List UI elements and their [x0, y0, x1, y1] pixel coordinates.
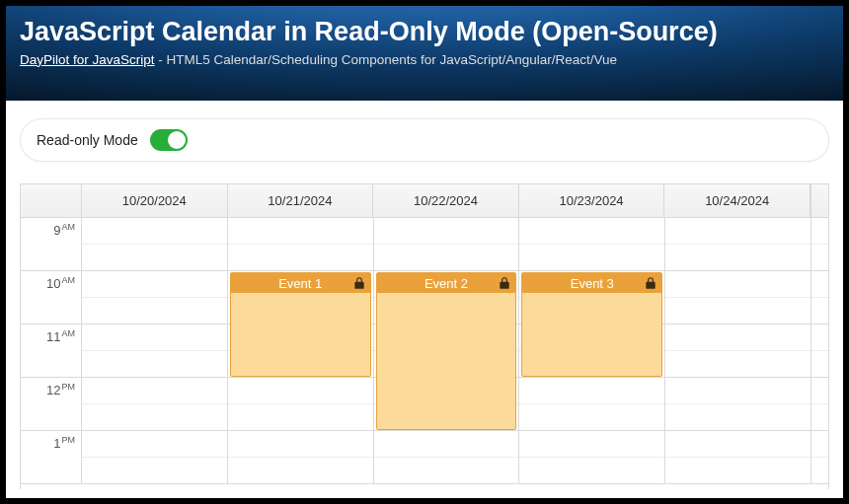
time-row: 12PM	[21, 378, 81, 431]
event-title: Event 3	[571, 276, 614, 291]
page-title: JavaScript Calendar in Read-Only Mode (O…	[20, 16, 829, 49]
calendar-event[interactable]: Event 1	[230, 272, 371, 377]
day-column[interactable]	[82, 218, 228, 484]
time-row: 1PM	[21, 431, 81, 484]
day-columns: Event 1 Event 2 Event 3	[82, 218, 810, 484]
time-slot[interactable]	[665, 431, 810, 458]
extra-day-header	[810, 184, 828, 217]
day-header[interactable]: 10/24/2024	[664, 184, 810, 217]
time-slot[interactable]	[665, 324, 810, 351]
time-slot[interactable]	[519, 431, 664, 458]
day-column[interactable]: Event 1	[228, 218, 374, 484]
time-slot	[811, 458, 828, 484]
time-slot[interactable]	[228, 378, 373, 404]
time-slot[interactable]	[82, 324, 227, 351]
subtitle-rest: - HTML5 Calendar/Scheduling Components f…	[155, 52, 618, 67]
time-slot[interactable]	[228, 404, 373, 431]
day-header[interactable]: 10/21/2024	[228, 184, 374, 217]
time-slot[interactable]	[519, 378, 664, 404]
event-header: Event 3	[522, 273, 661, 293]
lock-icon	[498, 276, 511, 290]
time-slot	[811, 404, 828, 431]
time-slot[interactable]	[82, 298, 227, 324]
time-slot[interactable]	[374, 458, 519, 484]
toolbar: Read-only Mode	[20, 118, 829, 162]
daypilot-link[interactable]: DayPilot for JavaScript	[20, 52, 155, 67]
calendar-header-row: 10/20/2024 10/21/2024 10/22/2024 10/23/2…	[21, 184, 828, 218]
calendar-event[interactable]: Event 3	[521, 272, 662, 377]
time-slot[interactable]	[374, 431, 519, 458]
time-gutter-header	[21, 184, 82, 217]
time-label: 10AM	[46, 275, 75, 291]
time-slot[interactable]	[665, 378, 810, 404]
time-row: 9AM	[21, 218, 81, 271]
time-slot[interactable]	[519, 458, 664, 484]
time-gutter: 9AM 10AM 11AM 12PM 1PM	[21, 218, 82, 484]
day-header[interactable]: 10/23/2024	[519, 184, 665, 217]
readonly-toggle[interactable]	[150, 129, 188, 151]
time-slot[interactable]	[519, 218, 664, 245]
toggle-knob	[168, 131, 186, 149]
time-slot[interactable]	[665, 271, 810, 298]
day-column[interactable]	[665, 218, 810, 484]
time-slot[interactable]	[665, 245, 810, 271]
time-slot	[811, 218, 828, 245]
event-title: Event 2	[424, 276, 468, 291]
time-slot	[811, 271, 828, 298]
day-header[interactable]: 10/20/2024	[82, 184, 228, 217]
day-header[interactable]: 10/22/2024	[373, 184, 519, 217]
time-slot[interactable]	[665, 298, 810, 324]
time-slot[interactable]	[519, 404, 664, 431]
calendar-body: 9AM 10AM 11AM 12PM 1PM	[21, 218, 828, 484]
day-column[interactable]: Event 2	[374, 218, 520, 484]
time-slot	[811, 431, 828, 458]
time-slot[interactable]	[665, 404, 810, 431]
time-slot	[811, 351, 828, 378]
time-slot[interactable]	[82, 458, 227, 484]
time-slot[interactable]	[82, 245, 227, 271]
time-slot[interactable]	[374, 245, 519, 271]
time-label: 11AM	[46, 328, 75, 344]
time-slot[interactable]	[228, 245, 373, 271]
time-row: 11AM	[21, 324, 81, 378]
time-slot[interactable]	[228, 458, 373, 484]
time-slot[interactable]	[82, 351, 227, 378]
time-label: 12PM	[46, 382, 75, 397]
calendar: 10/20/2024 10/21/2024 10/22/2024 10/23/2…	[20, 183, 829, 489]
time-slot[interactable]	[519, 245, 664, 271]
page-header: JavaScript Calendar in Read-Only Mode (O…	[6, 6, 843, 101]
time-slot[interactable]	[374, 218, 519, 245]
time-slot[interactable]	[82, 404, 227, 431]
day-column[interactable]: Event 3	[519, 218, 665, 484]
time-slot[interactable]	[665, 351, 810, 378]
time-label: 1PM	[53, 435, 75, 451]
time-slot	[811, 245, 828, 271]
event-title: Event 1	[278, 276, 322, 291]
page-subtitle: DayPilot for JavaScript - HTML5 Calendar…	[20, 52, 829, 67]
event-header: Event 2	[377, 273, 516, 293]
lock-icon	[352, 276, 366, 290]
time-slot[interactable]	[82, 431, 227, 458]
lock-icon	[644, 276, 657, 290]
time-row: 10AM	[21, 271, 81, 324]
time-label: 9AM	[53, 222, 75, 238]
time-slot[interactable]	[228, 218, 373, 245]
calendar-event[interactable]: Event 2	[376, 272, 517, 430]
time-slot[interactable]	[665, 458, 810, 484]
time-slot	[811, 378, 828, 404]
time-slot[interactable]	[665, 218, 810, 245]
time-slot[interactable]	[82, 218, 227, 245]
time-slot[interactable]	[82, 378, 227, 404]
time-slot	[811, 324, 828, 351]
time-slot[interactable]	[82, 271, 227, 298]
extra-day-column	[810, 218, 828, 484]
event-header: Event 1	[231, 273, 370, 293]
time-slot[interactable]	[228, 431, 373, 458]
readonly-label: Read-only Mode	[37, 132, 138, 148]
time-slot	[811, 298, 828, 324]
